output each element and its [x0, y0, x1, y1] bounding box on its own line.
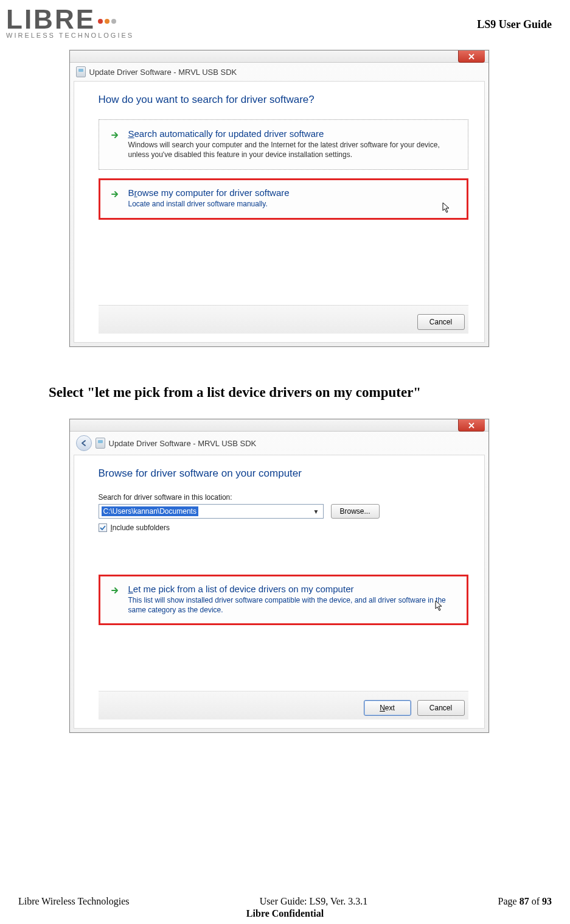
device-icon — [96, 438, 105, 449]
dialog-body: How do you want to search for driver sof… — [74, 81, 485, 343]
checkbox-icon — [99, 523, 107, 532]
brand-logo: LIBRE WIRELESS TECHNOLOGIES — [6, 6, 140, 39]
browse-button[interactable]: Browse... — [331, 504, 380, 519]
include-subfolders-checkbox[interactable]: Include subfolders — [99, 523, 468, 532]
dialog-button-row: Cancel — [99, 305, 468, 334]
instruction-text: Select "let me pick from a list device d… — [49, 385, 552, 401]
option-search-automatically[interactable]: Search automatically for updated driver … — [99, 119, 468, 170]
logo-dots — [98, 15, 116, 24]
arrow-right-icon — [110, 586, 120, 595]
window-title: Update Driver Software - MRVL USB SDK — [89, 68, 237, 77]
checkbox-label: Include subfolders — [111, 523, 170, 532]
next-button[interactable]: Next — [364, 700, 411, 716]
dialog-heading: Browse for driver software on your compu… — [99, 467, 468, 480]
device-icon — [76, 66, 86, 77]
option-description: This list will show installed driver sof… — [128, 595, 457, 615]
document-title: LS9 User Guide — [477, 18, 552, 31]
option-description: Windows will search your computer and th… — [128, 140, 457, 159]
dialog-titlebar: Update Driver Software - MRVL USB SDK — [70, 63, 488, 81]
arrow-left-icon — [80, 439, 88, 447]
logo-dot — [98, 19, 103, 24]
cancel-button[interactable]: Cancel — [417, 314, 465, 330]
dialog-body: Browse for driver software on your compu… — [74, 455, 485, 729]
logo-dot — [105, 19, 109, 24]
back-button[interactable] — [76, 435, 92, 451]
option-browse-my-computer[interactable]: Browse my computer for driver software L… — [99, 178, 468, 219]
option-description: Locate and install driver software manua… — [128, 199, 290, 209]
chevron-down-icon[interactable]: ▼ — [312, 508, 321, 515]
window-titlebar-strip — [70, 51, 488, 63]
option-title: Browse my computer for driver software — [128, 187, 290, 198]
footer-right: Page 87 of 93 — [498, 896, 552, 907]
logo-subtitle: WIRELESS TECHNOLOGIES — [6, 32, 140, 39]
option-title: Search automatically for updated driver … — [128, 128, 457, 139]
update-driver-dialog-1: Update Driver Software - MRVL USB SDK Ho… — [69, 50, 489, 347]
dialog-button-row: Next Cancel — [99, 691, 468, 719]
arrow-right-icon — [110, 130, 120, 140]
cursor-icon — [435, 600, 445, 612]
close-icon — [468, 54, 474, 60]
arrow-right-icon — [110, 189, 120, 199]
search-location-label: Search for driver software in this locat… — [99, 493, 468, 502]
dialog-titlebar: Update Driver Software - MRVL USB SDK — [70, 432, 488, 455]
page-footer: Libre Wireless Technologies User Guide: … — [18, 896, 552, 919]
footer-left: Libre Wireless Technologies — [18, 896, 129, 907]
dialog-heading: How do you want to search for driver sof… — [99, 94, 468, 106]
logo-dot — [111, 19, 116, 24]
close-button[interactable] — [458, 419, 485, 432]
footer-confidential: Libre Confidential — [18, 908, 552, 919]
option-title: Let me pick from a list of device driver… — [128, 584, 457, 594]
cursor-icon — [442, 202, 452, 214]
path-value: C:\Users\kannan\Documents — [102, 506, 198, 516]
close-icon — [468, 422, 474, 429]
logo-wordmark: LIBRE — [6, 6, 96, 33]
page-header: LIBRE WIRELESS TECHNOLOGIES LS9 User Gui… — [6, 6, 552, 39]
path-combobox[interactable]: C:\Users\kannan\Documents ▼ — [99, 504, 324, 519]
option-let-me-pick[interactable]: Let me pick from a list of device driver… — [99, 575, 468, 625]
cancel-button[interactable]: Cancel — [417, 700, 465, 716]
window-titlebar-strip — [70, 419, 488, 432]
window-title: Update Driver Software - MRVL USB SDK — [109, 439, 257, 448]
update-driver-dialog-2: Update Driver Software - MRVL USB SDK Br… — [69, 419, 489, 733]
close-button[interactable] — [458, 51, 485, 63]
footer-center: User Guide: LS9, Ver. 3.3.1 — [260, 896, 367, 907]
